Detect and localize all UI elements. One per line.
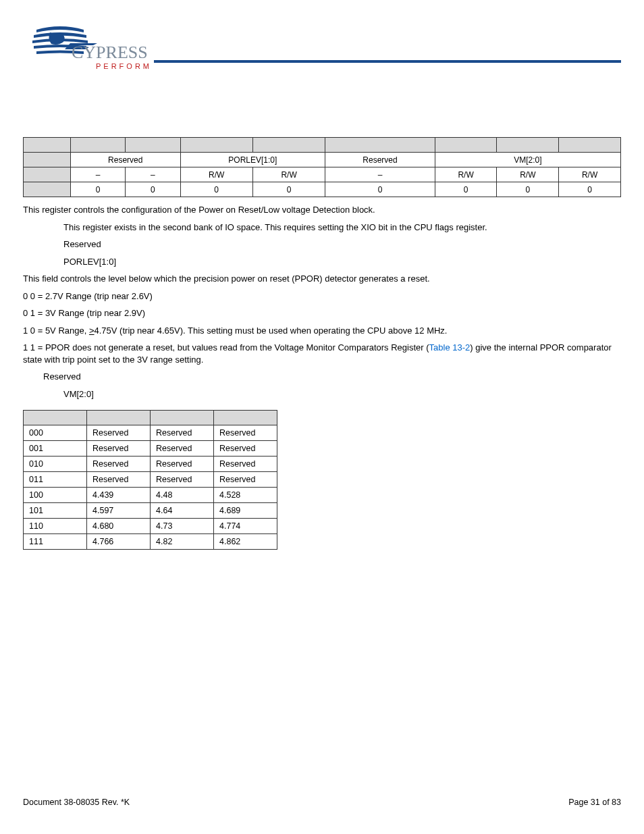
vm-cell: Reserved	[214, 440, 277, 456]
vm-cell: 4.680	[87, 518, 151, 533]
bits-20: VM[2:0]	[63, 388, 621, 400]
vm-cell: 101	[24, 502, 87, 518]
vm-cell: Reserved	[151, 425, 214, 440]
vm-cell: 4.82	[151, 533, 214, 549]
footer-page-num: Page 31 of 83	[568, 798, 621, 807]
cypress-logo: CYPRESS PERFORM	[23, 20, 151, 76]
footer-doc-id: Document 38-08035 Rev. *K	[23, 798, 130, 807]
vm-cell: 111	[24, 533, 87, 549]
vm-cell: Reserved	[214, 456, 277, 471]
vm-row: 1104.6804.734.774	[24, 518, 277, 533]
table-13-2-link[interactable]: Table 13-2	[429, 342, 471, 353]
vm-cell: 4.73	[151, 518, 214, 533]
vm-cell: Reserved	[87, 425, 151, 440]
vm-row: 1004.4394.484.528	[24, 487, 277, 502]
logo-brand-text: CYPRESS	[72, 43, 148, 62]
vm-row: 011ReservedReservedReserved	[24, 471, 277, 487]
vm-cell: 4.689	[214, 502, 277, 518]
desc-paragraph-1: This register controls the configuration…	[23, 204, 621, 216]
reg-row-reset: 0 0 0 0 0 0 0 0	[24, 182, 621, 197]
vm-cell: 011	[24, 471, 87, 487]
bits-54: PORLEV[1:0]	[63, 256, 621, 268]
vm-cell: 4.774	[214, 518, 277, 533]
vm-cell: Reserved	[214, 471, 277, 487]
bits-76: Reserved	[63, 238, 621, 251]
vm-cell: 100	[24, 487, 87, 502]
vm-row: 001ReservedReservedReserved	[24, 440, 277, 456]
vm-cell: Reserved	[87, 456, 151, 471]
reg-row-bit	[24, 138, 621, 153]
bits-3: Reserved	[43, 371, 621, 383]
vm-cell: Reserved	[87, 471, 151, 487]
vm-row: 1014.5974.644.689	[24, 502, 277, 518]
vm-cell: Reserved	[151, 456, 214, 471]
logo-tagline-text: PERFORM	[96, 62, 151, 70]
vm-cell: 4.766	[87, 533, 151, 549]
reg-row-access: – – R/W R/W – R/W R/W R/W	[24, 167, 621, 182]
vm-cell: 4.528	[214, 487, 277, 502]
vm-cell: 000	[24, 425, 87, 440]
porlev-00: 0 0 = 2.7V Range (trip near 2.6V)	[23, 290, 621, 303]
desc-paragraph-2: This register exists in the second bank …	[63, 221, 621, 234]
desc-paragraph-3: This field controls the level below whic…	[23, 273, 621, 285]
vm-cell: 4.439	[87, 487, 151, 502]
vm-cell: 010	[24, 456, 87, 471]
reg-row-label	[24, 138, 71, 153]
vm-cell: Reserved	[151, 471, 214, 487]
porlev-10: 1 0 = 5V Range, >4.75V (trip near 4.65V)…	[23, 325, 621, 337]
vm-row: 1114.7664.824.862	[24, 533, 277, 549]
vm-cell: Reserved	[214, 425, 277, 440]
vm-row: 000ReservedReservedReserved	[24, 425, 277, 440]
vm-cell: 4.64	[151, 502, 214, 518]
page: CYPRESS PERFORM Reserved PORLEV[1:0] Res…	[0, 0, 644, 834]
vm-cell: 001	[24, 440, 87, 456]
vm-cell: 110	[24, 518, 87, 533]
vm-cell: 4.862	[214, 533, 277, 549]
page-header: CYPRESS PERFORM	[23, 20, 621, 76]
register-table: Reserved PORLEV[1:0] Reserved VM[2:0] – …	[23, 137, 621, 197]
vm-header-row	[24, 410, 277, 425]
vm-cell: 4.597	[87, 502, 151, 518]
page-footer: Document 38-08035 Rev. *K Page 31 of 83	[23, 798, 621, 807]
reg-row-field: Reserved PORLEV[1:0] Reserved VM[2:0]	[24, 153, 621, 167]
vm-cell: Reserved	[151, 440, 214, 456]
vm-row: 010ReservedReservedReserved	[24, 456, 277, 471]
vm-table: 000ReservedReservedReserved001ReservedRe…	[23, 410, 277, 550]
porlev-01: 0 1 = 3V Range (trip near 2.9V)	[23, 307, 621, 319]
vm-cell: Reserved	[87, 440, 151, 456]
header-rule	[154, 60, 621, 63]
porlev-11: 1 1 = PPOR does not generate a reset, bu…	[23, 342, 621, 365]
vm-cell: 4.48	[151, 487, 214, 502]
